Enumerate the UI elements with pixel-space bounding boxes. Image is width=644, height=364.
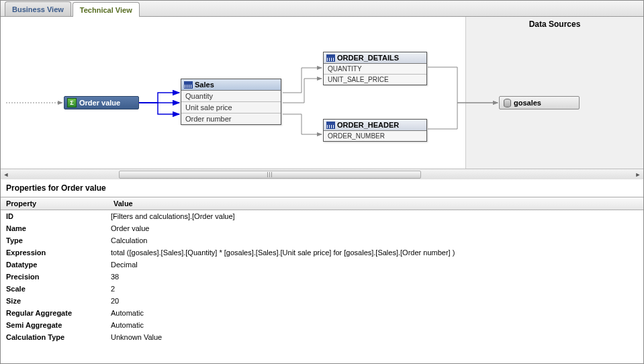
property-row: Precision38	[1, 271, 643, 283]
property-value: Automatic	[108, 320, 146, 330]
scroll-right-button[interactable]: ►	[633, 170, 643, 179]
canvas-horizontal-scrollbar[interactable]: ◄ ►	[1, 169, 643, 179]
property-value: Calculation	[108, 236, 150, 245]
property-key: Name	[1, 224, 108, 233]
node-sales-row[interactable]: Order number	[181, 113, 281, 124]
node-order-value[interactable]: Σ Order value	[64, 96, 139, 109]
table-icon	[326, 54, 335, 62]
tab-technical-view[interactable]: Technical View	[73, 2, 140, 17]
query-subject-icon	[184, 81, 193, 89]
property-value: Unknown Value	[108, 332, 165, 342]
properties-header-property: Property	[1, 197, 108, 210]
scroll-left-button[interactable]: ◄	[1, 170, 11, 179]
node-order-header-row[interactable]: ORDER_NUMBER	[324, 131, 426, 141]
property-value: 2	[108, 284, 118, 293]
node-order-header-title-text: ORDER_HEADER	[337, 121, 399, 129]
node-sales-title: Sales	[181, 79, 281, 91]
property-value: Decimal	[108, 260, 140, 269]
node-order-details[interactable]: ORDER_DETAILS QUANTITY UNIT_SALE_PRICE	[323, 52, 427, 85]
tab-business-view[interactable]: Business View	[5, 1, 71, 16]
property-row: ID[Filters and calculations].[Order valu…	[1, 210, 643, 222]
node-order-details-row[interactable]: QUANTITY	[324, 64, 426, 75]
data-sources-title: Data Sources	[466, 17, 643, 29]
table-icon	[326, 122, 335, 129]
property-row: Scale2	[1, 283, 643, 295]
property-value: Order value	[108, 224, 152, 233]
property-key: Datatype	[1, 260, 108, 269]
node-order-value-label: Order value	[79, 99, 120, 107]
property-key: ID	[1, 212, 108, 221]
node-sales-title-text: Sales	[195, 81, 214, 89]
database-icon	[504, 99, 511, 107]
property-value: total ([gosales].[Sales].[Quantity] * [g…	[108, 248, 457, 257]
property-row: Semi AggregateAutomatic	[1, 319, 643, 331]
property-key: Size	[1, 296, 108, 306]
node-order-details-title: ORDER_DETAILS	[324, 52, 426, 64]
node-order-header[interactable]: ORDER_HEADER ORDER_NUMBER	[323, 119, 427, 142]
node-order-details-row[interactable]: UNIT_SALE_PRICE	[324, 75, 426, 85]
node-gosales[interactable]: gosales	[499, 96, 580, 109]
property-value: 38	[108, 272, 122, 281]
calculation-icon: Σ	[67, 98, 77, 107]
properties-header-value: Value	[108, 197, 138, 210]
property-key: Precision	[1, 272, 108, 281]
property-row: NameOrder value	[1, 222, 643, 234]
node-gosales-label: gosales	[514, 99, 541, 107]
property-value: 20	[108, 296, 122, 306]
property-key: Calculation Type	[1, 332, 108, 342]
property-value: Automatic	[108, 308, 146, 318]
tab-strip: Business View Technical View	[1, 1, 643, 17]
property-row: Size20	[1, 295, 643, 307]
property-key: Semi Aggregate	[1, 320, 108, 330]
scroll-track[interactable]	[11, 170, 633, 179]
property-key: Regular Aggregate	[1, 308, 108, 318]
property-row: Regular AggregateAutomatic	[1, 307, 643, 319]
data-sources-panel: Data Sources	[465, 17, 643, 169]
property-row: DatatypeDecimal	[1, 259, 643, 271]
property-row: Calculation TypeUnknown Value	[1, 331, 643, 343]
properties-title: Properties for Order value	[1, 179, 643, 197]
property-key: Expression	[1, 248, 108, 257]
properties-header: Property Value	[1, 197, 643, 210]
property-key: Type	[1, 236, 108, 245]
property-row: TypeCalculation	[1, 234, 643, 246]
lineage-canvas[interactable]: Data Sources Σ Order value	[1, 17, 643, 169]
property-row: Expressiontotal ([gosales].[Sales].[Quan…	[1, 246, 643, 259]
property-value: [Filters and calculations].[Order value]	[108, 212, 238, 221]
node-sales-row[interactable]: Quantity	[181, 91, 281, 102]
properties-body: ID[Filters and calculations].[Order valu…	[1, 210, 643, 343]
node-order-details-title-text: ORDER_DETAILS	[337, 54, 399, 62]
property-key: Scale	[1, 284, 108, 293]
node-order-header-title: ORDER_HEADER	[324, 120, 426, 131]
node-sales[interactable]: Sales Quantity Unit sale price Order num…	[181, 79, 281, 125]
node-sales-row[interactable]: Unit sale price	[181, 102, 281, 113]
scroll-thumb[interactable]	[119, 171, 421, 179]
thumb-grip-icon	[267, 172, 273, 177]
